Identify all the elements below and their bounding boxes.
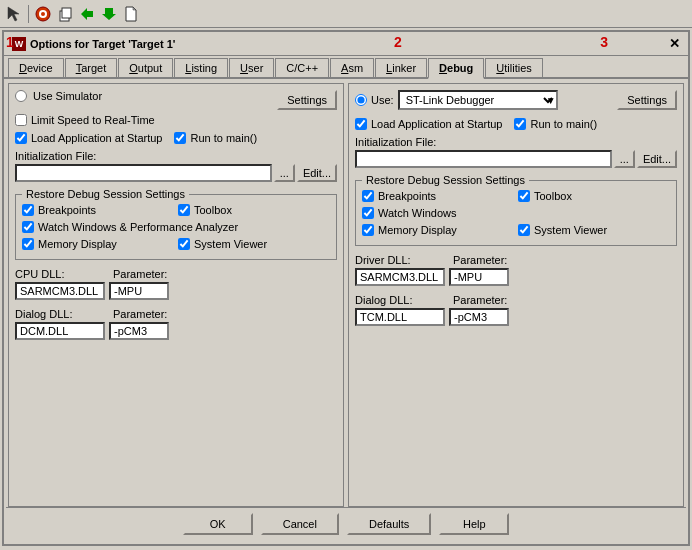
tab-linker[interactable]: Linker xyxy=(375,58,427,77)
edit-right-button[interactable]: Edit... xyxy=(637,150,677,168)
ok-button[interactable]: OK xyxy=(183,513,253,535)
use-simulator-label: Use Simulator xyxy=(33,90,102,102)
breakpoints-right-label: Breakpoints xyxy=(378,190,436,202)
watch-windows-left-label: Watch Windows & Performance Analyzer xyxy=(38,221,238,233)
toolbox-right-label: Toolbox xyxy=(534,190,572,202)
svg-marker-0 xyxy=(8,7,19,21)
cpu-dll-input[interactable] xyxy=(15,282,105,300)
cpu-dll-label: CPU DLL: xyxy=(15,268,105,280)
system-viewer-right-label: System Viewer xyxy=(534,224,607,236)
run-to-main-right-checkbox[interactable] xyxy=(514,118,526,130)
init-file-right-input[interactable] xyxy=(355,150,612,168)
dialog-param-right-input[interactable] xyxy=(449,308,509,326)
target-icon[interactable] xyxy=(33,4,53,24)
driver-dll-row: Driver DLL: Parameter: xyxy=(355,254,677,286)
system-viewer-left-label: System Viewer xyxy=(194,238,267,250)
dialog-dll-right-label: Dialog DLL: xyxy=(355,294,445,306)
use-simulator-radio[interactable] xyxy=(15,90,27,102)
cancel-button[interactable]: Cancel xyxy=(261,513,339,535)
annotation-2: 2 xyxy=(394,34,402,50)
tab-user[interactable]: User xyxy=(229,58,274,77)
run-to-main-left-label: Run to main() xyxy=(190,132,257,144)
watch-windows-right-cb[interactable] xyxy=(362,207,374,219)
debugger-select[interactable]: ST-Link Debugger xyxy=(398,90,558,110)
toolbar-separator xyxy=(28,5,29,23)
browse-right-button[interactable]: ... xyxy=(614,150,635,168)
memory-display-left-cb[interactable] xyxy=(22,238,34,250)
green-arrow-icon[interactable] xyxy=(77,4,97,24)
tab-asm[interactable]: Asm xyxy=(330,58,374,77)
restore-left-legend: Restore Debug Session Settings xyxy=(22,188,189,200)
restore-right-checkboxes: Breakpoints Toolbox Watch Windows Memory… xyxy=(362,190,670,239)
left-settings-button[interactable]: Settings xyxy=(277,90,337,110)
edit-left-button[interactable]: Edit... xyxy=(297,164,337,182)
load-app-left-row: Load Application at Startup xyxy=(15,132,162,144)
driver-dll-input[interactable] xyxy=(355,268,445,286)
cursor-icon[interactable] xyxy=(4,4,24,24)
tab-listing[interactable]: Listing xyxy=(174,58,228,77)
dialog-param-left-input[interactable] xyxy=(109,322,169,340)
limit-speed-row: Limit Speed to Real-Time xyxy=(15,114,337,126)
app-icon: W xyxy=(12,37,26,51)
driver-param-input[interactable] xyxy=(449,268,509,286)
run-to-main-right-label: Run to main() xyxy=(530,118,597,130)
tab-output[interactable]: Output xyxy=(118,58,173,77)
limit-speed-checkbox[interactable] xyxy=(15,114,27,126)
right-panel: Use: ST-Link Debugger ▼ Settings Load Ap… xyxy=(348,83,684,507)
browse-left-button[interactable]: ... xyxy=(274,164,295,182)
load-app-right-row: Load Application at Startup xyxy=(355,118,502,130)
cpu-param-label: Parameter: xyxy=(113,268,167,280)
use-label: Use: xyxy=(371,94,394,106)
annotation-1: 1 xyxy=(6,34,14,50)
file-icon[interactable] xyxy=(121,4,141,24)
close-button[interactable]: ✕ xyxy=(669,36,680,51)
system-viewer-right-cb[interactable] xyxy=(518,224,530,236)
memory-display-right-label: Memory Display xyxy=(378,224,457,236)
load-app-left-checkbox[interactable] xyxy=(15,132,27,144)
run-to-main-left-row: Run to main() xyxy=(174,132,257,144)
tab-cpp[interactable]: C/C++ xyxy=(275,58,329,77)
use-debugger-radio[interactable] xyxy=(355,94,367,106)
run-to-main-right-row: Run to main() xyxy=(514,118,597,130)
dialog-param-right-label: Parameter: xyxy=(453,294,507,306)
toolbox-right-cb[interactable] xyxy=(518,190,530,202)
init-file-right-row: ... Edit... xyxy=(355,150,677,168)
driver-param-label: Parameter: xyxy=(453,254,507,266)
breakpoints-right-cb[interactable] xyxy=(362,190,374,202)
init-file-left-label: Initialization File: xyxy=(15,150,337,162)
help-button[interactable]: Help xyxy=(439,513,509,535)
init-file-left-input[interactable] xyxy=(15,164,272,182)
memory-display-right-cb[interactable] xyxy=(362,224,374,236)
title-bar: W Options for Target 'Target 1' ✕ xyxy=(4,32,688,56)
system-viewer-left-cb[interactable] xyxy=(178,238,190,250)
tab-device[interactable]: Device xyxy=(8,58,64,77)
window-title: Options for Target 'Target 1' xyxy=(30,38,175,50)
use-simulator-row: Use Simulator xyxy=(15,90,102,102)
dialog-dll-right-row: Dialog DLL: Parameter: xyxy=(355,294,677,326)
driver-dll-label: Driver DLL: xyxy=(355,254,445,266)
dialog-dll-left-input[interactable] xyxy=(15,322,105,340)
download-icon[interactable] xyxy=(99,4,119,24)
cpu-param-input[interactable] xyxy=(109,282,169,300)
use-debugger-row: Use: ST-Link Debugger ▼ xyxy=(355,90,556,110)
dialog-dll-left-label: Dialog DLL: xyxy=(15,308,105,320)
breakpoints-left-cb[interactable] xyxy=(22,204,34,216)
dialog-dll-right-input[interactable] xyxy=(355,308,445,326)
defaults-button[interactable]: Defaults xyxy=(347,513,431,535)
tab-target[interactable]: Target xyxy=(65,58,118,77)
toolbox-left-cb[interactable] xyxy=(178,204,190,216)
dialog-param-left-label: Parameter: xyxy=(113,308,167,320)
run-to-main-left-checkbox[interactable] xyxy=(174,132,186,144)
restore-right-group: Restore Debug Session Settings Breakpoin… xyxy=(355,174,677,246)
load-app-right-checkbox[interactable] xyxy=(355,118,367,130)
copy-icon[interactable] xyxy=(55,4,75,24)
watch-windows-left-cb[interactable] xyxy=(22,221,34,233)
content-area: Use Simulator Settings Limit Speed to Re… xyxy=(4,79,688,511)
watch-windows-right-label: Watch Windows xyxy=(378,207,456,219)
right-settings-button[interactable]: Settings xyxy=(617,90,677,110)
tab-utilities[interactable]: Utilities xyxy=(485,58,542,77)
init-file-right-label: Initialization File: xyxy=(355,136,677,148)
init-file-left-row: ... Edit... xyxy=(15,164,337,182)
limit-speed-label: Limit Speed to Real-Time xyxy=(31,114,155,126)
tab-debug[interactable]: Debug xyxy=(428,58,484,79)
